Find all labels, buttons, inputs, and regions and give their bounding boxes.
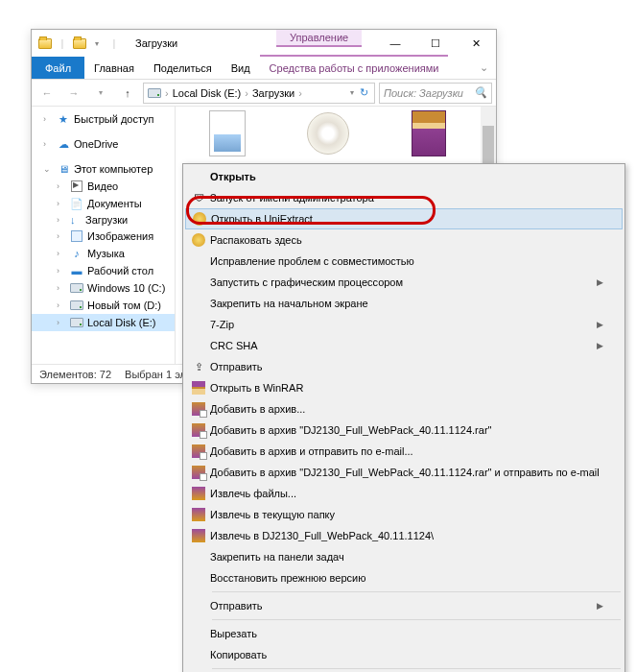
ctx-unpack-here[interactable]: Распаковать здесь: [185, 229, 623, 251]
folder-icon: [37, 36, 53, 51]
ctx-pin-taskbar[interactable]: Закрепить на панели задач: [185, 546, 623, 567]
crumb-1[interactable]: Local Disk (E:): [173, 87, 242, 99]
separator: [212, 591, 621, 592]
archive-icon: [412, 110, 446, 156]
winrar-extract-icon: [192, 529, 205, 542]
installer-icon: [307, 112, 349, 155]
back-button[interactable]: ←: [35, 82, 59, 105]
ribbon-expand-icon[interactable]: ⌄: [472, 57, 496, 79]
nav-sidebar: ›★Быстрый доступ ›☁OneDrive ⌄🖥Этот компь…: [32, 107, 176, 364]
sidebar-pictures[interactable]: ›Изображения: [32, 228, 175, 245]
winrar-add-icon: [192, 423, 205, 437]
ctx-share[interactable]: ⇪Отправить: [185, 356, 623, 377]
sidebar-desktop[interactable]: ›▬Рабочий стол: [32, 262, 175, 279]
winrar-extract-icon: [192, 487, 205, 500]
sidebar-this-pc[interactable]: ⌄🖥Этот компьютер: [32, 160, 175, 178]
address-bar: ← → ▾ ↑ › Local Disk (E:) › Загрузки › ▾…: [32, 80, 496, 107]
app-tools-tab[interactable]: Средства работы с приложениями: [260, 55, 449, 79]
ctx-7zip[interactable]: 7-Zip▶: [185, 314, 623, 335]
chevron-right-icon: ▶: [597, 277, 603, 287]
share-icon: ⇪: [187, 361, 210, 373]
separator: [212, 668, 621, 669]
ctx-copy[interactable]: Копировать: [185, 644, 623, 665]
winrar-add-icon: [192, 402, 205, 416]
minimize-button[interactable]: —: [375, 30, 415, 57]
address-dropdown-icon[interactable]: ▾: [350, 88, 354, 97]
ctx-open[interactable]: Открыть: [185, 166, 623, 187]
context-menu: Открыть 🛡Запуск от имени администратора …: [182, 163, 625, 672]
sidebar-downloads[interactable]: ›Загрузки: [32, 212, 175, 228]
winrar-icon: [192, 381, 205, 395]
shield-icon: 🛡: [187, 192, 210, 204]
qat-sep2: |: [106, 36, 122, 51]
ctx-cut[interactable]: Вырезать: [185, 623, 623, 644]
search-icon: 🔍: [474, 86, 487, 99]
item-count: Элементов: 72: [39, 369, 111, 380]
file-menu[interactable]: Файл: [32, 57, 84, 79]
home-tab[interactable]: Главная: [84, 57, 144, 79]
crumb-sep-icon: ›: [298, 87, 302, 99]
ctx-add-email[interactable]: Добавить в архив и отправить по e-mail..…: [185, 441, 623, 462]
ctx-gpu[interactable]: Запустить с графическим процессором▶: [185, 272, 623, 293]
share-tab[interactable]: Поделиться: [144, 57, 222, 79]
refresh-icon[interactable]: ↻: [358, 86, 370, 99]
view-tab[interactable]: Вид: [222, 57, 260, 79]
up-button[interactable]: ↑: [116, 82, 139, 105]
ctx-add-named[interactable]: Добавить в архив "DJ2130_Full_WebPack_40…: [185, 420, 623, 441]
sidebar-quick-access[interactable]: ›★Быстрый доступ: [32, 110, 175, 128]
crumb-sep-icon: ›: [165, 87, 169, 99]
winrar-add-icon: [192, 444, 205, 458]
ctx-extract-named[interactable]: Извлечь в DJ2130_Full_WebPack_40.11.1124…: [185, 525, 623, 546]
ctx-pin-start[interactable]: Закрепить на начальном экране: [185, 293, 623, 314]
search-placeholder: Поиск: Загрузки: [384, 87, 463, 99]
menu-bar: Файл Главная Поделиться Вид Средства раб…: [32, 57, 496, 80]
ribbon-context-tab[interactable]: Управление: [276, 30, 362, 47]
uniextract-icon: [193, 212, 206, 226]
forward-button[interactable]: →: [62, 82, 85, 105]
ctx-restore[interactable]: Восстановить прежнюю версию: [185, 567, 623, 588]
ctx-uniextract[interactable]: Открыть в UniExtract: [185, 208, 623, 229]
drive-icon: [148, 88, 161, 98]
ctx-runas[interactable]: 🛡Запуск от имени администратора: [185, 187, 623, 208]
ctx-open-winrar[interactable]: Открыть в WinRAR: [185, 377, 623, 398]
recent-dropdown[interactable]: ▾: [89, 82, 112, 105]
close-button[interactable]: ✕: [456, 30, 496, 57]
sidebar-drive-c[interactable]: ›Windows 10 (C:): [32, 279, 175, 297]
crumb-sep-icon: ›: [245, 87, 248, 99]
search-input[interactable]: Поиск: Загрузки 🔍: [379, 83, 492, 104]
sidebar-drive-d[interactable]: ›Новый том (D:): [32, 297, 175, 314]
sidebar-documents[interactable]: ›📄Документы: [32, 195, 175, 212]
maximize-button[interactable]: ☐: [415, 30, 456, 57]
chevron-right-icon: ▶: [597, 601, 603, 611]
ctx-crcsha[interactable]: CRC SHA▶: [185, 335, 623, 356]
uniextract-icon: [192, 233, 205, 247]
sidebar-video[interactable]: ›Видео: [32, 178, 175, 195]
ctx-add-named-email[interactable]: Добавить в архив "DJ2130_Full_WebPack_40…: [185, 462, 623, 483]
ctx-extract[interactable]: Извлечь файлы...: [185, 483, 623, 504]
qat-icon[interactable]: [72, 36, 87, 51]
ctx-extract-cur[interactable]: Извлечь в текущую папку: [185, 504, 623, 525]
separator: [212, 619, 621, 620]
qat-sep: |: [55, 36, 70, 51]
sidebar-drive-e[interactable]: ›Local Disk (E:): [32, 314, 175, 331]
chevron-right-icon: ▶: [597, 320, 603, 329]
winrar-add-icon: [192, 466, 205, 479]
ctx-compat[interactable]: Исправление проблем с совместимостью: [185, 251, 623, 272]
crumb-2[interactable]: Загрузки: [252, 87, 294, 99]
sidebar-onedrive[interactable]: ›☁OneDrive: [32, 135, 175, 153]
winrar-extract-icon: [192, 508, 205, 521]
address-box[interactable]: › Local Disk (E:) › Загрузки › ▾ ↻: [143, 83, 375, 104]
chevron-right-icon: ▶: [597, 341, 603, 350]
ctx-add-archive[interactable]: Добавить в архив...: [185, 398, 623, 420]
image-file-icon: [209, 110, 246, 156]
sidebar-music[interactable]: ›♪Музыка: [32, 245, 175, 262]
title-bar: | ▾ | Загрузки Управление — ☐ ✕: [32, 30, 496, 57]
qat-dropdown[interactable]: ▾: [89, 36, 105, 51]
ctx-sendto[interactable]: Отправить▶: [185, 595, 623, 616]
